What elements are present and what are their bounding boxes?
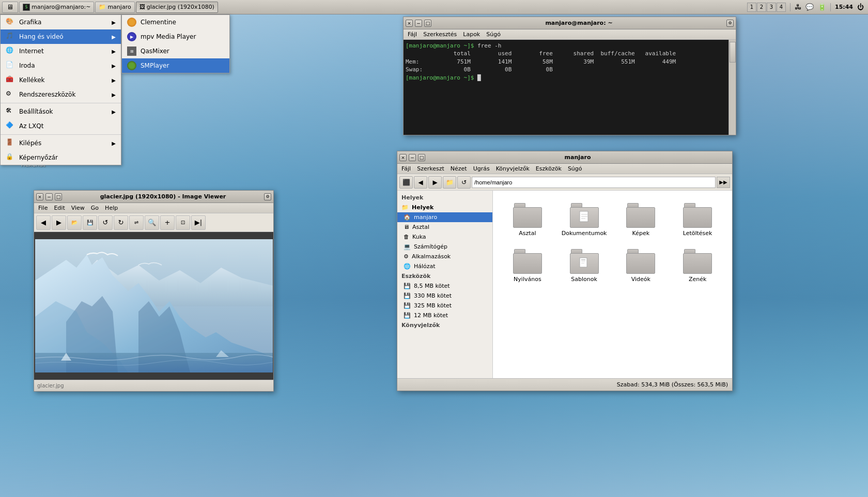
terminal-menu-sugo[interactable]: Súgó (485, 31, 502, 38)
fm-back-btn[interactable]: ⬛ (399, 176, 413, 189)
terminal-menu-fajl[interactable]: Fájl (407, 31, 418, 38)
workspace-4[interactable]: 4 (777, 3, 786, 12)
fm-menu-konyvjelzok[interactable]: Könyvjelzők (495, 165, 531, 172)
menu-item-kellekek[interactable]: 🧰 Kellékek ▶ (1, 73, 121, 87)
sidebar-item-vol3[interactable]: 💾 325 MB kötet (397, 301, 492, 310)
taskbar-right: 1 2 3 4 🖧 💬 🔋 15:44 ⏻ (743, 3, 868, 12)
taskbar-app-terminal[interactable]: $ manjaro@manjaro:~ (19, 2, 94, 13)
iv-config-btn[interactable]: ⚙ (264, 193, 271, 200)
submenu-clementine[interactable]: Clementine (122, 15, 229, 29)
menu-item-internet[interactable]: 🌐 Internet ▶ (1, 44, 121, 58)
fm-folder-videok[interactable]: Videók (615, 245, 668, 287)
iv-zoom-in-btn[interactable]: + (160, 215, 175, 230)
systray-network-icon[interactable]: 🖧 (795, 3, 801, 11)
fm-folder-asztal[interactable]: Asztal (501, 199, 554, 241)
fm-menu-ugras[interactable]: Ugrás (472, 165, 491, 172)
start-menu-button[interactable]: 🖥 (2, 2, 18, 13)
fm-menu-szerkeszt[interactable]: Szerkeszt (416, 165, 445, 172)
fm-maximize-btn[interactable]: □ (418, 154, 425, 161)
taskbar-app-filemanager[interactable]: 📁 manjaro (95, 2, 134, 13)
menu-item-kepernyo[interactable]: 🔒 Képernyőzár (1, 150, 121, 165)
iv-maximize-btn[interactable]: □ (55, 193, 62, 200)
workspace-3[interactable]: 3 (767, 3, 776, 12)
terminal-scrollbar-thumb[interactable] (730, 42, 736, 63)
fm-reload-btn[interactable]: ↺ (457, 176, 471, 189)
terminal-cfg-btn[interactable]: ⚙ (726, 20, 734, 27)
terminal-menu-szerkesztes[interactable]: Szerkesztés (422, 31, 458, 38)
iv-menu-go[interactable]: Go (90, 205, 100, 211)
menu-item-kilepes[interactable]: 🚪 Kilépés ▶ (1, 136, 121, 150)
terminal-minimize-btn[interactable]: − (415, 20, 422, 27)
iv-menu-view[interactable]: View (70, 205, 86, 211)
menu-item-hang-video[interactable]: 🎵 Hang és videó ▶ (1, 29, 121, 44)
menu-item-grafika[interactable]: 🎨 Grafika ▶ (1, 15, 121, 29)
fm-menu-sugo[interactable]: Súgó (567, 165, 583, 172)
sidebar-item-manjaro[interactable]: 🏠 manjaro (397, 212, 492, 222)
fm-menu-nezet[interactable]: Nézet (450, 165, 468, 172)
fm-menu-eszkozok[interactable]: Eszközök (535, 165, 563, 172)
submenu-smplayer[interactable]: SMPlayer (122, 58, 229, 73)
iv-rotate-ccw-btn[interactable]: ↺ (98, 215, 113, 230)
fm-menu-fajl[interactable]: Fájl (400, 165, 412, 172)
szamitogep-icon: 💻 (404, 243, 411, 250)
sidebar-item-asztal[interactable]: 🖥 Asztal (397, 222, 492, 232)
fm-up-btn[interactable]: ▶ (428, 176, 442, 189)
systray-chat-icon[interactable]: 💬 (805, 3, 814, 11)
iv-menu-file[interactable]: File (37, 205, 49, 211)
fm-folder-nyilvanos[interactable]: Nyilvános (501, 245, 554, 287)
fm-folder-letoltesek[interactable]: Letöltések (671, 199, 724, 241)
iv-menu-edit[interactable]: Edit (53, 205, 66, 211)
iv-menu-help[interactable]: Help (104, 205, 119, 211)
iv-next-btn[interactable]: ▶ (52, 215, 66, 230)
taskbar-app-imageviewer[interactable]: 🖼 glacier.jpg (1920x1080) (136, 2, 218, 13)
terminal-maximize-btn[interactable]: □ (424, 20, 431, 27)
taskbar: 🖥 $ manjaro@manjaro:~ 📁 manjaro 🖼 glacie… (0, 0, 868, 14)
iv-flip-h-btn[interactable]: ⇌ (129, 215, 144, 230)
iv-minimize-btn[interactable]: − (45, 193, 53, 200)
terminal-menu-lapok[interactable]: Lapok (462, 31, 481, 38)
submenu-qasmixer[interactable]: ⊞ QasMixer (122, 44, 229, 58)
terminal-content[interactable]: [manjaro@manjaro ~]$ free -h total used … (404, 40, 736, 135)
fm-address-input[interactable] (472, 177, 716, 188)
clementine-icon (127, 18, 136, 27)
iv-prev-btn[interactable]: ◀ (36, 215, 51, 230)
app-menu: 🎨 Grafika ▶ 🎵 Hang és videó ▶ 🌐 Internet… (0, 14, 121, 165)
iv-slideshow-btn[interactable]: ▶| (191, 215, 206, 230)
menu-item-lxqt[interactable]: 🔷 Az LXQt (1, 119, 121, 133)
systray-power-icon[interactable]: ⏻ (857, 3, 864, 11)
fm-go-btn[interactable]: ▶▶ (717, 177, 730, 188)
sidebar-item-szamitogep[interactable]: 💻 Számítógép (397, 242, 492, 252)
sidebar-item-vol1[interactable]: 💾 8,5 MB kötet (397, 281, 492, 291)
menu-item-beallitas[interactable]: 🛠 Beállítások ▶ (1, 104, 121, 119)
fm-folder-zenek[interactable]: Zenék (671, 245, 724, 287)
terminal-scrollbar[interactable] (729, 40, 736, 135)
sidebar-item-vol2[interactable]: 💾 330 MB kötet (397, 291, 492, 301)
sidebar-item-vol4[interactable]: 💾 12 MB kötet (397, 310, 492, 320)
submenu-mpv[interactable]: ▶ mpv Media Player (122, 29, 229, 44)
fm-folder-dokumentumok[interactable]: Dokumentumok (558, 199, 611, 241)
fm-folder-sablonok[interactable]: Sablonok (558, 245, 611, 287)
fm-forward-btn[interactable]: ◀ (414, 176, 427, 189)
menu-item-rendszer[interactable]: ⚙ Rendszereszközök ▶ (1, 87, 121, 102)
iv-rotate-cw-btn[interactable]: ↻ (114, 215, 128, 230)
svg-rect-17 (35, 353, 273, 372)
iv-zoom-fit-btn[interactable]: ⊡ (176, 215, 190, 230)
fm-close-btn[interactable]: × (399, 154, 407, 161)
iv-open-btn[interactable]: 📂 (67, 215, 82, 230)
workspace-1[interactable]: 1 (747, 3, 756, 12)
sidebar-item-kuka[interactable]: 🗑 Kuka (397, 232, 492, 242)
fm-folder-kepek[interactable]: Képek (615, 199, 668, 241)
sidebar-item-halozat[interactable]: 🌐 Hálózat (397, 261, 492, 271)
doc-svg (578, 210, 591, 225)
sidebar-item-alkalmazasok[interactable]: ⚙ Alkalmazások (397, 252, 492, 261)
iv-close-btn[interactable]: × (36, 193, 43, 200)
fm-minimize-btn[interactable]: − (409, 154, 416, 161)
systray-battery-icon[interactable]: 🔋 (818, 3, 826, 11)
workspace-2[interactable]: 2 (757, 3, 766, 12)
iv-zoom-out-btn[interactable]: 🔍 (145, 215, 159, 230)
fm-new-folder-btn[interactable]: 📁 (443, 176, 456, 189)
iv-save-btn[interactable]: 💾 (83, 215, 97, 230)
menu-item-iroda[interactable]: 📄 Iroda ▶ (1, 58, 121, 73)
terminal-close-btn[interactable]: × (406, 20, 413, 27)
term-line-1: [manjaro@manjaro ~]$ free -h (406, 42, 727, 50)
